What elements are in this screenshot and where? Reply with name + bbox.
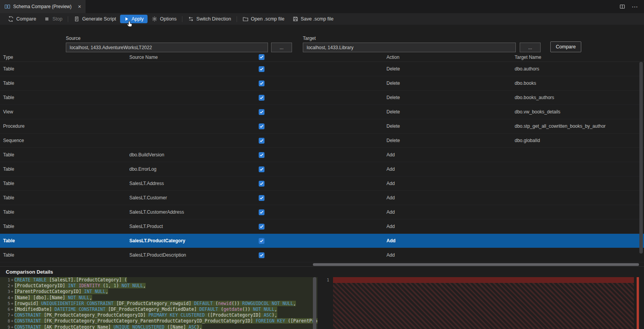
code-text: [ModifiedDate] DATETIME CONSTRAINT [DF_P… (14, 307, 277, 312)
row-source-name-cell: SalesLT.Address (129, 176, 164, 190)
row-action-cell: Add (386, 248, 395, 262)
added-marker: + (10, 301, 14, 307)
toolbar-separator (182, 16, 182, 22)
code-text: [ParentProductCategoryID] INT NULL, (14, 289, 108, 295)
row-type-cell: Table (3, 148, 14, 162)
row-type-cell: View (3, 105, 13, 119)
split-editor-icon[interactable] (619, 3, 625, 10)
stop-button[interactable]: Stop (40, 14, 66, 24)
generate-script-button[interactable]: Generate Script (70, 14, 120, 24)
select-all-checkbox[interactable] (259, 54, 264, 60)
row-type-cell: Procedure (3, 119, 24, 133)
schema-compare-toolbar: Compare Stop Generate Script Apply Optio… (0, 13, 644, 25)
table-row[interactable]: TableDeletedbo.books_authors (0, 91, 644, 105)
diff-added-line: 1+CREATE TABLE [SalesLT].[ProductCategor… (0, 277, 318, 283)
row-checkbox-cell (259, 205, 264, 219)
save-scmp-button[interactable]: Save .scmp file (289, 14, 338, 24)
diff-source-code: 1+CREATE TABLE [SalesLT].[ProductCategor… (0, 277, 318, 329)
row-type-cell: Table (3, 205, 14, 219)
table-row[interactable]: Tabledbo.BuildVersionAdd (0, 148, 644, 162)
row-include-checkbox[interactable] (259, 195, 264, 201)
grid-horizontal-scrollbar[interactable] (313, 263, 639, 266)
code-text: CONSTRAINT [FK_ProductCategory_ProductCa… (14, 318, 318, 324)
header-source-name[interactable]: Source Name (129, 53, 158, 62)
row-checkbox-cell (259, 119, 264, 133)
toolbar-separator (68, 16, 68, 22)
table-row[interactable]: Tabledbo.ErrorLogAdd (0, 162, 644, 176)
row-checkbox-cell (259, 76, 264, 90)
target-label: Target (303, 36, 316, 41)
added-marker: + (10, 277, 14, 283)
table-row[interactable]: TableSalesLT.AddressAdd (0, 176, 644, 191)
row-include-checkbox[interactable] (259, 238, 264, 244)
code-text: [Name] [dbo].[Name] NOT NULL, (14, 295, 92, 301)
save-icon (292, 16, 299, 22)
diff-source-pane[interactable]: 1+CREATE TABLE [SalesLT].[ProductCategor… (0, 277, 318, 329)
check-icon (259, 139, 264, 143)
line-number: 2 (0, 283, 10, 289)
line-number: 1 (318, 277, 329, 283)
options-button[interactable]: Options (148, 14, 180, 24)
row-include-checkbox[interactable] (259, 209, 264, 215)
row-include-checkbox[interactable] (259, 166, 264, 172)
open-scmp-button[interactable]: Open .scmp file (239, 14, 289, 24)
table-row[interactable]: ProcedureDeletedbo.stp_get_all_cowritten… (0, 119, 644, 134)
header-action[interactable]: Action (386, 53, 399, 62)
compare-button[interactable]: Compare (550, 41, 581, 52)
row-checkbox-cell (259, 191, 264, 205)
generate-script-label: Generate Script (82, 16, 116, 22)
table-row[interactable]: TableSalesLT.ProductAdd (0, 219, 644, 234)
check-icon (259, 124, 264, 129)
row-include-checkbox[interactable] (259, 81, 264, 86)
row-checkbox-cell (259, 62, 264, 76)
table-row[interactable]: TableDeletedbo.authors (0, 62, 644, 76)
row-type-cell: Table (3, 62, 14, 76)
row-checkbox-cell (259, 105, 264, 119)
row-include-checkbox[interactable] (259, 138, 264, 144)
table-row[interactable]: TableSalesLT.CustomerAdd (0, 191, 644, 205)
target-connection-input[interactable] (303, 43, 516, 52)
diff-left-scrollbar[interactable] (313, 277, 316, 329)
row-include-checkbox[interactable] (259, 181, 264, 187)
diff-target-pane[interactable]: 1 (318, 277, 644, 329)
table-row[interactable]: TableSalesLT.CustomerAddressAdd (0, 205, 644, 219)
more-actions-icon[interactable]: ⋯ (632, 3, 638, 10)
source-browse-button[interactable]: ... (271, 43, 292, 52)
table-row[interactable]: TableSalesLT.ProductDescriptionAdd (0, 248, 644, 262)
grid-vertical-scrollbar[interactable] (639, 62, 643, 254)
check-icon (259, 239, 264, 243)
row-include-checkbox[interactable] (259, 66, 264, 72)
target-browse-button[interactable]: ... (520, 43, 541, 52)
added-marker: + (10, 307, 14, 312)
script-icon (74, 16, 80, 22)
row-checkbox-cell (259, 248, 264, 262)
header-target-name[interactable]: Target Name (515, 53, 541, 62)
switch-direction-button[interactable]: Switch Direction (184, 14, 235, 24)
apply-button[interactable]: Apply (120, 15, 148, 23)
schema-compare-grid: TableDeletedbo.authorsTableDeletedbo.boo… (0, 62, 644, 262)
toolbar-separator (237, 16, 237, 22)
row-action-cell: Add (386, 176, 395, 190)
table-row[interactable]: SequenceDeletedbo.globalId (0, 134, 644, 148)
row-include-checkbox[interactable] (259, 224, 264, 230)
table-row[interactable]: ViewDeletedbo.vw_books_details (0, 105, 644, 119)
table-row[interactable]: TableSalesLT.ProductCategoryAdd (0, 234, 644, 248)
row-include-checkbox[interactable] (259, 123, 264, 129)
line-number: 8 (0, 318, 10, 324)
diff-added-line: 7+CONSTRAINT [PK_ProductCategory_Product… (0, 312, 318, 318)
row-action-cell: Delete (386, 134, 400, 147)
check-icon (259, 224, 264, 229)
compare-toolbar-button[interactable]: Compare (4, 14, 40, 24)
row-type-cell: Table (3, 176, 14, 190)
row-source-name-cell: SalesLT.ProductCategory (129, 234, 185, 248)
row-include-checkbox[interactable] (259, 95, 264, 101)
row-include-checkbox[interactable] (259, 252, 264, 258)
row-include-checkbox[interactable] (259, 109, 264, 115)
close-icon[interactable]: ✕ (78, 4, 81, 9)
header-type[interactable]: Type (3, 53, 13, 62)
source-connection-input[interactable] (66, 43, 268, 52)
row-type-cell: Table (3, 248, 14, 262)
table-row[interactable]: TableDeletedbo.books (0, 76, 644, 91)
tab-schema-compare[interactable]: Schema Compare (Preview) ✕ (0, 0, 86, 13)
row-include-checkbox[interactable] (259, 152, 264, 158)
